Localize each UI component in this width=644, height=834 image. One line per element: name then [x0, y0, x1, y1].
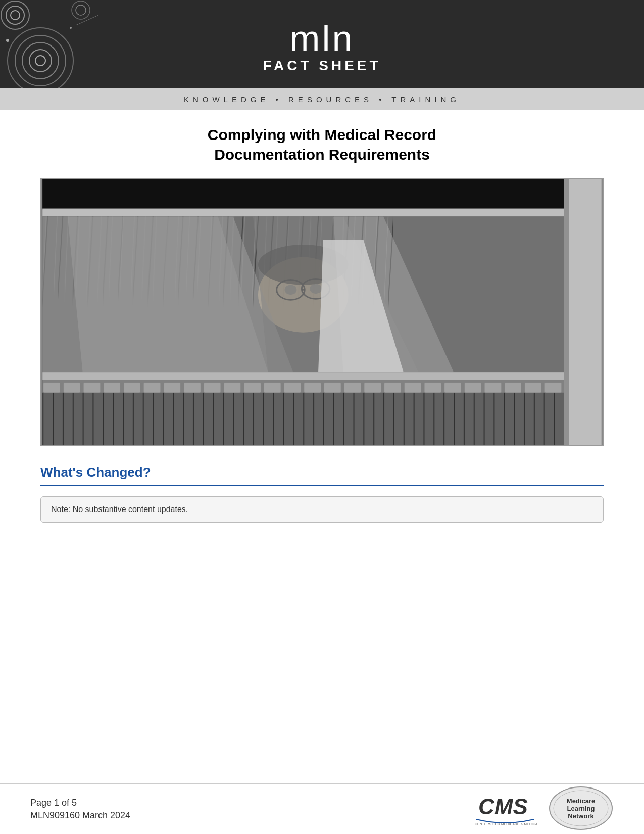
svg-point-11: [70, 27, 72, 29]
svg-point-2: [11, 11, 20, 20]
svg-point-0: [1, 1, 29, 29]
fact-sheet-label: FACT SHEET: [263, 58, 381, 74]
svg-text:CMS: CMS: [478, 794, 528, 819]
filing-cabinet-svg: [41, 179, 603, 445]
document-title: Complying with Medical Record Documentat…: [40, 125, 604, 164]
svg-text:CENTERS FOR MEDICARE & MEDICAI: CENTERS FOR MEDICARE & MEDICAID SERVICES: [475, 822, 538, 826]
page-header: mln FACT SHEET: [0, 0, 644, 88]
svg-text:Network: Network: [568, 812, 594, 820]
note-box: Note: No substantive content updates.: [40, 496, 604, 523]
svg-point-7: [35, 56, 45, 66]
section-divider: [40, 485, 604, 486]
page-footer: Page 1 of 5 MLN909160 March 2024 CMS CEN…: [0, 783, 644, 834]
svg-point-8: [72, 1, 90, 19]
page-number: Page 1 of 5: [30, 798, 130, 808]
footer-logos: CMS CENTERS FOR MEDICARE & MEDICAID SERV…: [472, 785, 614, 833]
footer-left: Page 1 of 5 MLN909160 March 2024: [30, 798, 130, 821]
whats-changed-heading: What's Changed?: [40, 465, 604, 480]
doc-number: MLN909160 March 2024: [30, 810, 130, 821]
mln-badge: Medicare Learning Network: [548, 785, 614, 833]
mln-logo: mln: [289, 20, 354, 57]
svg-point-1: [6, 6, 24, 24]
cms-svg-logo: CMS CENTERS FOR MEDICARE & MEDICAID SERV…: [472, 790, 538, 828]
header-decoration: [0, 0, 111, 88]
svg-rect-43: [42, 179, 602, 445]
svg-point-10: [6, 39, 9, 42]
krt-bar: KNOWLEDGE • RESOURCES • TRAINING: [0, 88, 644, 110]
cover-image: [40, 178, 604, 446]
svg-point-6: [29, 50, 52, 72]
svg-text:Medicare: Medicare: [567, 797, 595, 805]
cms-logo: CMS CENTERS FOR MEDICARE & MEDICAID SERV…: [472, 790, 538, 828]
note-text: Note: No substantive content updates.: [51, 505, 188, 514]
svg-text:Learning: Learning: [567, 805, 595, 812]
main-content: Complying with Medical Record Documentat…: [0, 110, 644, 523]
krt-text: KNOWLEDGE • RESOURCES • TRAINING: [184, 95, 460, 104]
mln-badge-svg: Medicare Learning Network: [548, 785, 614, 831]
svg-point-9: [76, 5, 86, 15]
svg-point-5: [22, 42, 59, 79]
